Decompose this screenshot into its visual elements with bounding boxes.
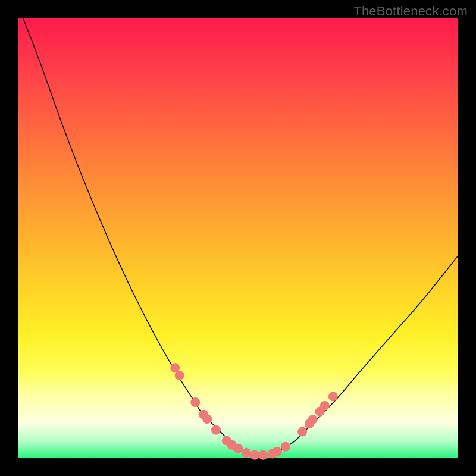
data-marker [233,444,243,453]
data-marker [273,447,282,456]
data-marker [308,415,318,424]
chart-svg [18,18,458,458]
data-marker [211,425,221,435]
data-marker [175,371,184,380]
plot-area [18,18,458,458]
data-marker [242,448,251,458]
data-marker [202,414,212,424]
data-marker [320,401,330,411]
watermark-text: TheBottleneck.com [353,4,468,19]
chart-frame: TheBottleneck.com [0,0,476,476]
data-marker [281,442,290,452]
data-marker [258,450,268,460]
data-marker [190,397,200,407]
data-marker [250,450,259,460]
bottleneck-curve [18,5,458,456]
data-marker [298,427,307,437]
data-marker [328,392,338,401]
